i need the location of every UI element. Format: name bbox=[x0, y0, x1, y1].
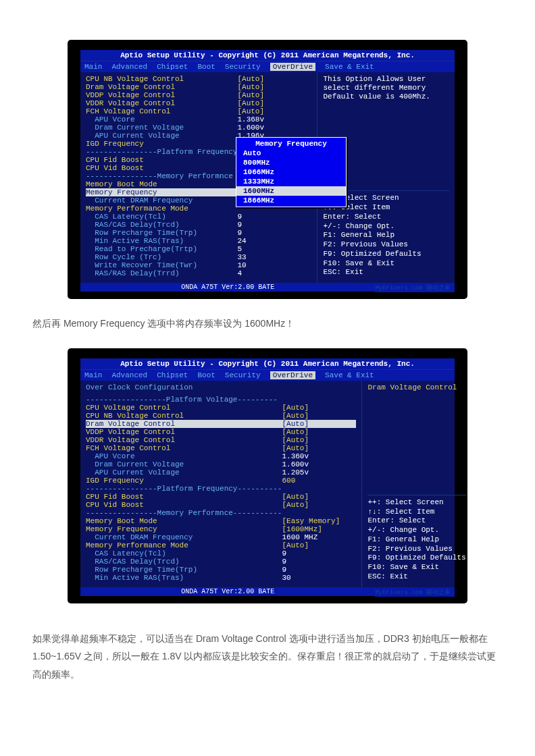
section-header: Over Clock Configuration bbox=[86, 383, 356, 392]
tab-boot[interactable]: Boot bbox=[197, 371, 215, 379]
setting-row[interactable]: CPU NB Voltage Control[Auto] bbox=[86, 412, 356, 420]
setting-row: RAS/CAS Delay(Trcd)9 bbox=[86, 558, 356, 566]
setting-row[interactable]: Dram Voltage Control[Auto] bbox=[86, 83, 311, 91]
setting-row[interactable]: Memory Frequency[1600MHz] bbox=[86, 525, 356, 533]
setting-row[interactable]: VDDR Voltage Control[Auto] bbox=[86, 436, 356, 444]
watermark: MyDrivers.com 驱动之家 bbox=[375, 284, 455, 292]
key-hint: ESC: Exit bbox=[323, 268, 449, 277]
bios-right-panel: Dram Voltage Control ++: Select Screen↑↓… bbox=[362, 381, 471, 587]
setting-row: RAS/RAS Delay(Trrd)4 bbox=[86, 269, 311, 277]
key-legend: ++: Select Screen↑↓: Select ItemEnter: S… bbox=[367, 495, 465, 582]
setting-row[interactable]: Memory Performance Mode[Auto] bbox=[86, 541, 356, 549]
setting-row: Write Recover Time(Twr)10 bbox=[86, 261, 311, 269]
key-hint: F1: General Help bbox=[367, 535, 465, 545]
key-hint: +/-: Change Opt. bbox=[367, 526, 465, 535]
tab-boot[interactable]: Boot bbox=[197, 63, 215, 71]
setting-row[interactable]: VDDR Voltage Control[Auto] bbox=[86, 99, 311, 107]
paragraph-2: 如果觉得单超频率不稳定，可以适当在 Dram Voltage Control 选… bbox=[32, 630, 503, 684]
tab-overdrive[interactable]: OverDrive bbox=[270, 371, 315, 379]
setting-row[interactable]: CPU NB Voltage Control[Auto] bbox=[86, 75, 311, 83]
tab-main[interactable]: Main bbox=[84, 63, 102, 71]
popup-option[interactable]: 1066MHz bbox=[236, 167, 346, 177]
setting-row[interactable]: IGD Frequency600 bbox=[86, 477, 356, 485]
setting-row: CAS Latency(Tcl)9 bbox=[86, 549, 356, 558]
setting-row: Current DRAM Frequency1600 MHZ bbox=[86, 533, 356, 541]
tab-save-exit[interactable]: Save & Exit bbox=[325, 371, 374, 379]
key-hint: F9: Optimized Defaults bbox=[367, 554, 465, 563]
setting-row: ----------------Platform Frequency------… bbox=[86, 485, 356, 493]
setting-row: CAS Latency(Tcl)9 bbox=[86, 213, 311, 221]
popup-option[interactable]: 1866MHz bbox=[236, 196, 346, 205]
popup-title: Memory Frequency bbox=[236, 139, 346, 148]
tab-main[interactable]: Main bbox=[84, 371, 102, 379]
key-hint: ESC: Exit bbox=[367, 572, 465, 582]
setting-row[interactable]: FCH Voltage Control[Auto] bbox=[86, 444, 356, 452]
setting-row[interactable]: CPU Vid Boost[Auto] bbox=[86, 501, 356, 509]
bios-footer: ONDA A75T Ver:2.00 BATE MyDrivers.com 驱动… bbox=[80, 283, 455, 292]
menubar: MainAdvancedChipsetBootSecurityOverDrive… bbox=[80, 61, 455, 72]
key-hint: F2: Previous Values bbox=[323, 240, 449, 250]
tab-security[interactable]: Security bbox=[225, 63, 261, 71]
bios-title: Aptio Setup Utility - Copyright (C) 2011… bbox=[80, 50, 455, 61]
key-hint: F1: General Help bbox=[323, 231, 449, 240]
key-hint: F9: Optimized Defaults bbox=[323, 250, 449, 259]
tab-overdrive[interactable]: OverDrive bbox=[270, 63, 315, 71]
setting-row: APU Vcore1.368v bbox=[86, 115, 311, 124]
bios-left-panel: Over Clock Configuration ---------------… bbox=[80, 381, 362, 587]
setting-row[interactable]: Dram Voltage Control[Auto] bbox=[86, 420, 356, 428]
menubar: MainAdvancedChipsetBootSecurityOverDrive… bbox=[80, 369, 455, 381]
setting-row: Row Precharge Time(Trp)9 bbox=[86, 229, 311, 237]
setting-row[interactable]: VDDP Voltage Control[Auto] bbox=[86, 428, 356, 436]
key-hint: ↑↓: Select Item bbox=[367, 508, 465, 517]
tab-chipset[interactable]: Chipset bbox=[157, 371, 188, 379]
setting-row: Row Precharge Time(Trp)9 bbox=[86, 566, 356, 574]
setting-row: Min Active RAS(Tras)30 bbox=[86, 574, 356, 582]
setting-row: ------------------Platform Voltage------… bbox=[86, 396, 356, 404]
key-hint: +/-: Change Opt. bbox=[323, 222, 449, 232]
setting-row[interactable]: VDDP Voltage Control[Auto] bbox=[86, 91, 311, 99]
key-hint: F10: Save & Exit bbox=[367, 563, 465, 572]
key-hint: F10: Save & Exit bbox=[323, 259, 449, 269]
setting-row: Min Active RAS(Tras)24 bbox=[86, 237, 311, 245]
popup-option[interactable]: 1600MHz bbox=[236, 186, 346, 196]
popup-option[interactable]: 1333MHz bbox=[236, 177, 346, 186]
setting-row: Dram Current Voltage1.600v bbox=[86, 124, 311, 132]
setting-row[interactable]: FCH Voltage Control[Auto] bbox=[86, 107, 311, 115]
popup-option[interactable]: Auto bbox=[236, 148, 346, 158]
memory-frequency-popup[interactable]: Memory Frequency Auto800MHz1066MHz1333MH… bbox=[236, 137, 347, 207]
setting-row: RAS/CAS Delay(Trcd)9 bbox=[86, 221, 311, 229]
bios-title: Aptio Setup Utility - Copyright (C) 2011… bbox=[80, 358, 455, 369]
setting-row[interactable]: CPU Voltage Control[Auto] bbox=[86, 404, 356, 412]
tab-save-exit[interactable]: Save & Exit bbox=[325, 63, 374, 71]
setting-row: APU Vcore1.360v bbox=[86, 452, 356, 460]
tab-chipset[interactable]: Chipset bbox=[157, 63, 188, 71]
tab-advanced[interactable]: Advanced bbox=[111, 371, 147, 379]
key-hint: Enter: Select bbox=[323, 213, 449, 222]
tab-security[interactable]: Security bbox=[225, 371, 261, 379]
popup-option[interactable]: 800MHz bbox=[236, 158, 346, 167]
watermark: MyDrivers.com 驱动之家 bbox=[375, 588, 455, 597]
tab-advanced[interactable]: Advanced bbox=[111, 63, 147, 71]
setting-row: Dram Current Voltage1.600v bbox=[86, 460, 356, 468]
setting-row: APU Current Voltage1.205v bbox=[86, 468, 356, 477]
setting-row[interactable]: CPU Fid Boost[Auto] bbox=[86, 493, 356, 501]
setting-row: Row Cycle (Trc)33 bbox=[86, 253, 311, 261]
bios-left-panel: CPU NB Voltage Control[Auto]Dram Voltage… bbox=[80, 72, 317, 283]
paragraph-1: 然后再 Memory Frequency 选项中将内存频率设为 1600MHz！ bbox=[32, 315, 503, 333]
setting-row: Read to Precharge(Trtp)5 bbox=[86, 245, 311, 253]
setting-row: ----------------Memory Performnce-------… bbox=[86, 509, 356, 517]
setting-row[interactable]: Memory Boot Mode[Easy Memory] bbox=[86, 517, 356, 525]
help-text: Dram Voltage Control bbox=[367, 383, 465, 464]
bios-screenshot-2: Aptio Setup Utility - Copyright (C) 2011… bbox=[68, 349, 467, 603]
bios-footer: ONDA A75T Ver:2.00 BATE MyDrivers.com 驱动… bbox=[80, 587, 455, 596]
key-hint: ++: Select Screen bbox=[367, 498, 465, 508]
key-hint: Enter: Select bbox=[367, 516, 465, 526]
bios-screenshot-1: Aptio Setup Utility - Copyright (C) 2011… bbox=[68, 40, 467, 298]
key-hint: F2: Previous Values bbox=[367, 545, 465, 554]
